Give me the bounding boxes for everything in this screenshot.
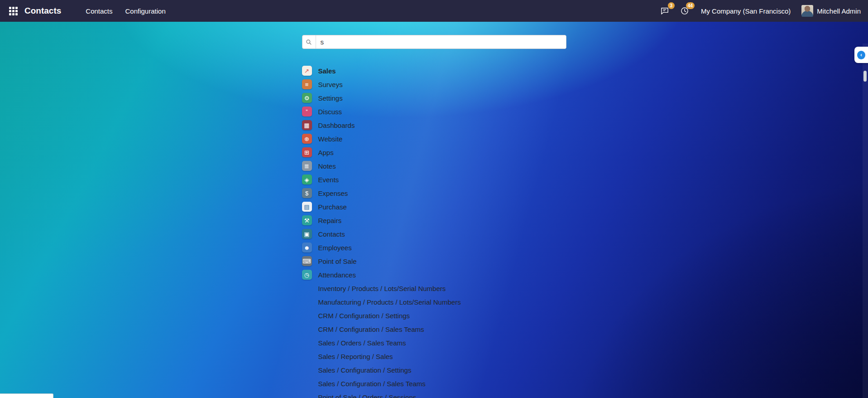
result-label: Contacts	[318, 230, 345, 238]
result-label: Website	[318, 135, 343, 143]
purchase-app-icon: ▤	[302, 202, 312, 212]
result-label: Repairs	[318, 217, 342, 224]
apps-app-icon: ⊞	[302, 147, 312, 157]
apps-menu-button[interactable]	[7, 5, 19, 17]
result-label: Point of Sale / Orders / Sessions	[318, 393, 417, 398]
menu-contacts[interactable]: Contacts	[79, 1, 119, 21]
activities-badge: 44	[686, 2, 695, 9]
menu-configuration[interactable]: Configuration	[119, 1, 172, 21]
result-label: Settings	[318, 94, 343, 102]
search-results-list: ↗Sales≡Surveys⚙Settings”Discuss▦Dashboar…	[302, 64, 566, 398]
contacts-app-icon: ▣	[302, 229, 312, 239]
website-app-icon: ⊕	[302, 134, 312, 144]
result-label: Discuss	[318, 108, 342, 116]
menu-path-result[interactable]: Sales / Reporting / Sales	[302, 349, 566, 363]
avatar	[801, 5, 813, 17]
result-label: Sales / Configuration / Settings	[318, 366, 412, 374]
user-menu[interactable]: Mitchell Admin	[801, 5, 861, 17]
result-label: Sales / Configuration / Sales Teams	[318, 380, 426, 388]
app-result-repairs[interactable]: ⚒Repairs	[302, 214, 566, 227]
scrollbar-track	[863, 44, 868, 398]
scrollbar-thumb[interactable]	[863, 71, 867, 82]
app-result-notes[interactable]: ≣Notes	[302, 159, 566, 173]
result-label: Dashboards	[318, 121, 355, 129]
employees-app-icon: ☻	[302, 243, 312, 252]
menu-path-result[interactable]: Inventory / Products / Lots/Serial Numbe…	[302, 282, 566, 295]
attendances-app-icon: ◷	[302, 270, 312, 280]
search-icon	[302, 35, 316, 49]
user-name: Mitchell Admin	[817, 7, 861, 15]
company-switcher[interactable]: My Company (San Francisco)	[699, 7, 792, 15]
repairs-app-icon: ⚒	[302, 215, 312, 225]
result-label: Inventory / Products / Lots/Serial Numbe…	[318, 285, 446, 292]
result-label: Apps	[318, 149, 334, 156]
side-panel-toggle-button[interactable]: ‹	[854, 47, 868, 63]
grid-icon	[9, 7, 18, 15]
menu-path-result[interactable]: CRM / Configuration / Sales Teams	[302, 322, 566, 336]
app-result-sales[interactable]: ↗Sales	[302, 64, 566, 78]
result-label: CRM / Configuration / Sales Teams	[318, 325, 424, 333]
result-label: Point of Sale	[318, 257, 357, 265]
events-app-icon: ◈	[302, 175, 312, 184]
app-result-expenses[interactable]: $Expenses	[302, 186, 566, 200]
surveys-app-icon: ≡	[302, 79, 312, 89]
menu-path-result[interactable]: Sales / Orders / Sales Teams	[302, 336, 566, 349]
systray: 3 44 My Company (San Francisco) Mitchell…	[659, 5, 861, 17]
command-palette: ↗Sales≡Surveys⚙Settings”Discuss▦Dashboar…	[302, 35, 566, 398]
result-label: CRM / Configuration / Settings	[318, 312, 410, 320]
notes-app-icon: ≣	[302, 161, 312, 171]
result-label: Attendances	[318, 271, 356, 279]
activities-button[interactable]: 44	[679, 5, 690, 16]
search-input[interactable]	[316, 35, 566, 49]
status-tooltip	[0, 393, 53, 398]
sales-app-icon: ↗	[302, 66, 312, 76]
app-result-contacts[interactable]: ▣Contacts	[302, 227, 566, 241]
result-label: Expenses	[318, 189, 348, 197]
app-title[interactable]: Contacts	[24, 6, 61, 16]
chat-icon	[660, 6, 669, 15]
dashboards-app-icon: ▦	[302, 120, 312, 130]
messages-badge: 3	[668, 2, 675, 9]
app-result-point-of-sale[interactable]: ⌨Point of Sale	[302, 254, 566, 268]
settings-app-icon: ⚙	[302, 93, 312, 103]
result-label: Purchase	[318, 203, 347, 211]
result-label: Sales / Orders / Sales Teams	[318, 339, 406, 347]
menu-path-result[interactable]: Manufacturing / Products / Lots/Serial N…	[302, 295, 566, 309]
top-navbar: Contacts Contacts Configuration 3 44 My …	[0, 0, 868, 22]
result-label: Surveys	[318, 81, 343, 88]
app-result-website[interactable]: ⊕Website	[302, 132, 566, 146]
search-bar	[302, 35, 566, 49]
app-result-purchase[interactable]: ▤Purchase	[302, 200, 566, 214]
menu-path-result[interactable]: Point of Sale / Orders / Sessions	[302, 390, 566, 398]
menu-path-result[interactable]: Sales / Configuration / Settings	[302, 363, 566, 377]
app-result-events[interactable]: ◈Events	[302, 173, 566, 186]
app-result-settings[interactable]: ⚙Settings	[302, 91, 566, 105]
result-label: Notes	[318, 162, 336, 170]
app-result-apps[interactable]: ⊞Apps	[302, 146, 566, 159]
home-menu-background: ↗Sales≡Surveys⚙Settings”Discuss▦Dashboar…	[0, 22, 868, 398]
menu-path-result[interactable]: Sales / Configuration / Sales Teams	[302, 377, 566, 390]
point-of-sale-app-icon: ⌨	[302, 256, 312, 266]
expenses-app-icon: $	[302, 188, 312, 198]
discuss-app-icon: ”	[302, 107, 312, 116]
app-result-employees[interactable]: ☻Employees	[302, 241, 566, 254]
result-label: Employees	[318, 244, 352, 252]
app-result-discuss[interactable]: ”Discuss	[302, 105, 566, 118]
result-label: Sales	[318, 67, 336, 75]
messages-button[interactable]: 3	[659, 5, 670, 16]
side-panel-bubble-icon: ‹	[857, 51, 865, 59]
app-result-attendances[interactable]: ◷Attendances	[302, 268, 566, 282]
result-label: Manufacturing / Products / Lots/Serial N…	[318, 298, 461, 306]
menu-path-result[interactable]: CRM / Configuration / Settings	[302, 309, 566, 322]
app-result-surveys[interactable]: ≡Surveys	[302, 78, 566, 91]
app-result-dashboards[interactable]: ▦Dashboards	[302, 118, 566, 132]
result-label: Events	[318, 176, 339, 184]
result-label: Sales / Reporting / Sales	[318, 353, 393, 360]
